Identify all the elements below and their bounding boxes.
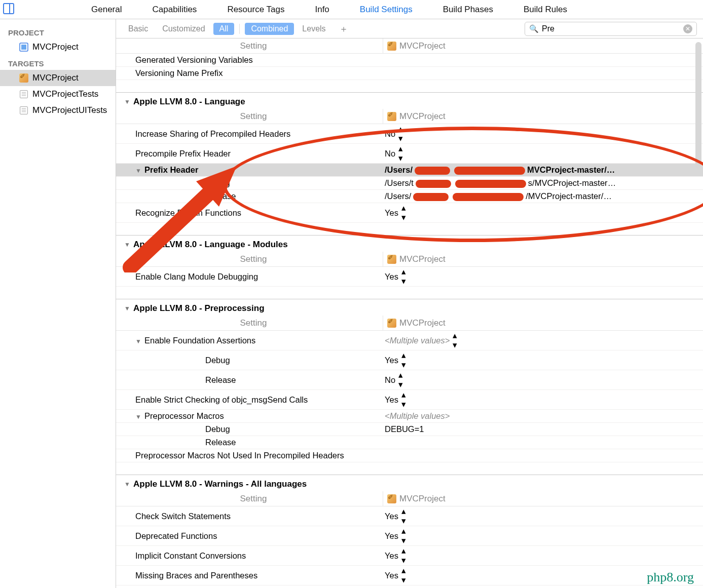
setting-value[interactable]: Yes <box>385 512 398 521</box>
setting-value[interactable]: Yes <box>385 272 398 282</box>
chevron-updown-icon: ▴▾ <box>401 203 406 222</box>
setting-value-path[interactable]: /Users//MVCProject-master/MVC.. <box>385 191 618 201</box>
tab-general[interactable]: General <box>91 5 122 15</box>
project-navigator: PROJECT MVCProject TARGETS MVCProject MV… <box>0 19 116 588</box>
setting-row[interactable]: ReleaseNo▴▾ <box>116 370 703 390</box>
setting-value[interactable]: No <box>385 375 395 385</box>
clear-search-icon[interactable]: ✕ <box>683 24 692 33</box>
setting-row[interactable]: Enable Strict Checking of objc_msgSend C… <box>116 390 703 410</box>
setting-value-path[interactable]: /Users/ts/MVCProject-master/MVC.. <box>385 178 618 188</box>
disclosure-triangle-icon[interactable]: ▼ <box>124 305 130 312</box>
chevron-updown-icon: ▴▾ <box>401 267 406 286</box>
chevron-updown-icon: ▴▾ <box>398 144 403 163</box>
filter-all[interactable]: All <box>213 23 235 35</box>
setting-label: Check Switch Statements <box>135 512 231 521</box>
column-header-row: SettingMVCProject <box>116 38 703 54</box>
setting-row[interactable]: Release/Users//MVCProject-master/MVC.. <box>116 190 703 203</box>
setting-group-header[interactable]: ▼Apple LLVM 8.0 - Preprocessing <box>116 299 703 316</box>
disclosure-triangle-icon[interactable]: ▼ <box>124 98 130 105</box>
disclosure-triangle-icon[interactable]: ▼ <box>135 413 141 420</box>
setting-row[interactable]: Preprocessor Macros Not Used In Precompi… <box>116 449 703 462</box>
setting-row[interactable]: Enable Clang Module DebuggingYes▴▾ <box>116 267 703 287</box>
setting-row[interactable]: Deprecated FunctionsYes▴▾ <box>116 526 703 546</box>
setting-row[interactable]: DebugYes▴▾ <box>116 350 703 370</box>
column-header-target: MVCProject <box>399 494 446 504</box>
group-title: Apple LLVM 8.0 - Language - Modules <box>133 240 288 250</box>
setting-row[interactable]: Check Switch StatementsYes▴▾ <box>116 506 703 526</box>
disclosure-triangle-icon[interactable]: ▼ <box>135 338 141 345</box>
setting-row[interactable]: Versioning Name Prefix <box>116 67 703 80</box>
column-header-target: MVCProject <box>399 254 446 264</box>
tab-build-rules[interactable]: Build Rules <box>524 5 567 15</box>
app-icon <box>387 255 396 264</box>
sidebar-target-tests[interactable]: MVCProjectTests <box>0 86 116 102</box>
app-icon <box>19 73 28 83</box>
setting-value[interactable]: Yes <box>385 531 398 541</box>
setting-row[interactable]: ▼Enable Foundation Assertions<Multiple v… <box>116 331 703 350</box>
tab-info[interactable]: Info <box>315 5 329 15</box>
tab-build-settings[interactable]: Build Settings <box>360 5 413 15</box>
disclosure-triangle-icon[interactable]: ▼ <box>124 481 130 488</box>
filter-customized[interactable]: Customized <box>156 23 211 35</box>
filter-levels[interactable]: Levels <box>296 23 331 35</box>
setting-row[interactable]: Release <box>116 436 703 449</box>
add-setting-button[interactable]: ＋ <box>339 23 348 35</box>
tab-capabilities[interactable]: Capabilities <box>152 5 197 15</box>
setting-value-path[interactable]: /Users/MVCProject-master/MVC.. <box>385 165 618 175</box>
chevron-updown-icon: ▴▾ <box>401 546 406 565</box>
tab-build-phases[interactable]: Build Phases <box>443 5 493 15</box>
setting-row[interactable]: ▼Preprocessor Macros<Multiple values> <box>116 410 703 423</box>
setting-label: Preprocessor Macros <box>144 411 224 420</box>
scrollbar-thumb[interactable] <box>695 42 701 169</box>
disclosure-triangle-icon[interactable]: ▼ <box>135 167 141 174</box>
app-icon <box>387 112 396 121</box>
setting-row[interactable]: Recognize Built-in FunctionsYes▴▾ <box>116 203 703 223</box>
setting-label: Increase Sharing of Precompiled Headers <box>135 129 290 138</box>
sidebar-target-app[interactable]: MVCProject <box>0 70 116 86</box>
setting-label: Debug <box>205 178 230 187</box>
setting-group-header[interactable]: ▼Apple LLVM 8.0 - Warnings - All languag… <box>116 475 703 491</box>
setting-label: Preprocessor Macros Not Used In Precompi… <box>135 451 344 460</box>
setting-group-header[interactable]: ▼Apple LLVM 8.0 - Language - Modules <box>116 235 703 252</box>
setting-row[interactable]: Debug/Users/ts/MVCProject-master/MVC.. <box>116 177 703 190</box>
disclosure-triangle-icon[interactable]: ▼ <box>124 241 130 248</box>
setting-row[interactable]: DebugDEBUG=1 <box>116 423 703 436</box>
setting-value[interactable]: No <box>385 129 395 139</box>
sidebar-target-uitests[interactable]: MVCProjectUITests <box>0 102 116 119</box>
app-icon <box>387 42 396 51</box>
svg-rect-1 <box>21 45 26 50</box>
setting-label: Debug <box>205 356 230 365</box>
setting-row[interactable]: ▼Prefix Header/Users/MVCProject-master/M… <box>116 164 703 177</box>
group-title: Apple LLVM 8.0 - Warnings - All language… <box>133 479 307 489</box>
setting-row[interactable]: Precompile Prefix HeaderNo▴▾ <box>116 144 703 164</box>
sidebar-project-item[interactable]: MVCProject <box>0 39 116 55</box>
search-input[interactable] <box>542 24 680 33</box>
setting-value[interactable]: No <box>385 149 395 159</box>
filter-combined[interactable]: Combined <box>245 23 294 35</box>
build-settings-table: SettingMVCProjectGenerated Versioning Va… <box>116 38 703 585</box>
group-title: Apple LLVM 8.0 - Language <box>133 97 245 107</box>
panel-toggle-icon[interactable] <box>3 3 14 14</box>
setting-value[interactable]: Yes <box>385 395 398 405</box>
setting-row[interactable]: Generated Versioning Variables <box>116 54 703 67</box>
setting-value[interactable]: Yes <box>385 208 398 218</box>
chevron-updown-icon: ▴▾ <box>401 350 406 370</box>
setting-label: Release <box>205 438 236 447</box>
sidebar-target-label: MVCProject <box>32 73 79 83</box>
setting-value[interactable]: Yes <box>385 356 398 365</box>
setting-row[interactable]: Implicit Constant ConversionsYes▴▾ <box>116 546 703 566</box>
sidebar-section-project: PROJECT <box>0 24 116 39</box>
setting-row[interactable]: Increase Sharing of Precompiled HeadersN… <box>116 124 703 144</box>
tab-resource-tags[interactable]: Resource Tags <box>227 5 284 15</box>
chevron-updown-icon: ▴▾ <box>453 331 457 350</box>
search-field[interactable]: 🔍 ✕ <box>525 22 697 36</box>
setting-value[interactable]: <Multiple values> <box>385 336 450 345</box>
setting-label: Debug <box>205 424 230 434</box>
setting-value[interactable]: Yes <box>385 551 398 561</box>
watermark: php8.org <box>647 570 694 585</box>
setting-value[interactable]: Yes <box>385 571 398 580</box>
filter-basic[interactable]: Basic <box>122 23 154 35</box>
sidebar-section-targets: TARGETS <box>0 55 116 70</box>
setting-row[interactable]: Missing Braces and ParenthesesYes▴▾ <box>116 566 703 585</box>
setting-group-header[interactable]: ▼Apple LLVM 8.0 - Language <box>116 92 703 109</box>
